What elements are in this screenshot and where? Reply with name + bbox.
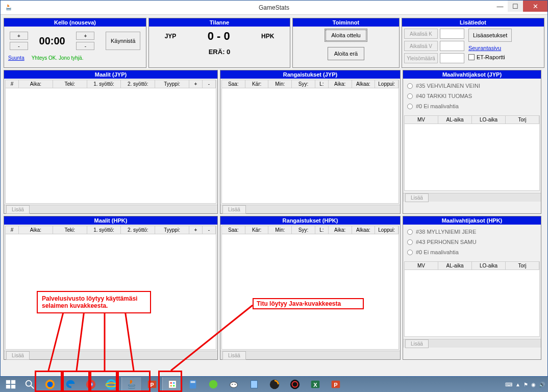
goalie-jyp-0: #35 VEHVILÄINEN VEINI xyxy=(416,83,480,89)
start-clock-button[interactable]: Käynnistä xyxy=(106,32,140,50)
period-label: ERÄ: 0 xyxy=(149,48,290,56)
goals-hpk-header: Maalit (HPK) xyxy=(4,216,217,225)
tray-up-icon[interactable]: ▲ xyxy=(515,382,520,387)
away-team: HPK xyxy=(261,33,274,40)
taskbar-notepad-icon[interactable] xyxy=(244,377,264,391)
col-l-h: L: xyxy=(315,226,329,234)
timeout-away-button[interactable]: Aikalisä V xyxy=(404,41,438,51)
clock-minus-left[interactable]: - xyxy=(10,42,28,50)
maximize-button[interactable]: ☐ xyxy=(508,1,523,12)
timeout-away-input[interactable] xyxy=(440,41,464,51)
col-lo: LO-aika xyxy=(472,116,506,124)
col-mv-h: MV xyxy=(405,262,438,270)
col-kar: Kär: xyxy=(245,80,269,88)
svg-rect-31 xyxy=(251,381,258,388)
taskbar-powerpoint2-icon[interactable]: P xyxy=(326,377,346,391)
tracking-link[interactable]: Seurantasivu xyxy=(468,45,512,51)
penalties-jyp-add-button[interactable]: Lisää xyxy=(222,205,246,214)
clock-plus-right[interactable]: + xyxy=(76,32,94,40)
goalie-hpk-radio-1[interactable] xyxy=(407,239,413,245)
col-time-h: Aika: xyxy=(19,226,53,234)
goalie-hpk-2: #0 Ei maalivahtia xyxy=(416,249,459,255)
goalie-jyp-1: #40 TARKKI TUOMAS xyxy=(416,93,472,99)
extra-info-header: Lisätiedot xyxy=(402,18,544,27)
goalie-hpk-header: Maalivahtijaksot (HPK) xyxy=(403,216,541,225)
col-mv: MV xyxy=(405,116,438,124)
goalie-jyp-radio-1[interactable] xyxy=(407,93,413,99)
tray-network-icon[interactable]: ◉ xyxy=(531,382,536,387)
java-icon xyxy=(5,4,13,12)
goalie-hpk-add-button[interactable]: Lisää xyxy=(405,339,429,348)
timeout-home-input[interactable] xyxy=(440,29,464,39)
goalie-jyp-add-button[interactable]: Lisää xyxy=(405,193,429,202)
goalie-jyp-radio-0[interactable] xyxy=(407,83,413,89)
penalties-hpk-columns: Saa: Kär: Min: Syy: L: Aika: Alkaa: Lopp… xyxy=(222,226,398,234)
annotation-java: Titu löytyy Java-kuvakkeesta xyxy=(253,298,364,309)
score-value: 0 - 0 xyxy=(208,30,230,43)
svg-point-33 xyxy=(290,380,300,389)
goalie-hpk-radio-0[interactable] xyxy=(407,229,413,235)
goalie-jyp-radio-2[interactable] xyxy=(407,104,413,109)
clock-plus-left[interactable]: + xyxy=(10,32,28,40)
col-al: AL-aika xyxy=(438,116,472,124)
col-lo-h: LO-aika xyxy=(472,262,506,270)
taskbar-app-cow-icon[interactable] xyxy=(223,377,244,391)
col-aika-h: Aika: xyxy=(329,226,352,234)
svg-point-30 xyxy=(235,384,236,385)
highlight-ie xyxy=(117,371,151,392)
home-team: JYP xyxy=(165,33,177,40)
taskbar-app-red-icon[interactable] xyxy=(285,377,305,391)
clock-minus-right[interactable]: - xyxy=(76,42,94,50)
col-torj-h: Torj xyxy=(506,262,539,270)
col-minus: - xyxy=(203,80,216,88)
clock-header: Kello (nouseva) xyxy=(4,18,146,27)
minimize-button[interactable]: — xyxy=(492,1,508,12)
col-saa-h: Saa: xyxy=(222,226,245,234)
penalties-hpk-add-button[interactable]: Lisää xyxy=(222,351,246,360)
goals-hpk-panel: Maalit (HPK) # Aika: Teki: 1. syöttö: 2.… xyxy=(4,216,218,360)
col-type-h: Tyyppi: xyxy=(155,226,189,234)
clock-panel: Kello (nouseva) + - 00:00 + - Käynnistä … xyxy=(4,18,146,68)
col-min: Min: xyxy=(268,80,292,88)
goalie-hpk-radio-2[interactable] xyxy=(407,250,413,255)
window-title: GameStats xyxy=(259,4,289,11)
svg-rect-6 xyxy=(11,380,15,384)
svg-line-10 xyxy=(31,386,34,389)
col-torj: Torj xyxy=(506,116,539,124)
highlight-chrome xyxy=(90,371,117,392)
goals-jyp-add-button[interactable]: Lisää xyxy=(6,205,30,214)
svg-text:P: P xyxy=(334,382,337,388)
score-header: Tilanne xyxy=(149,18,290,27)
svg-point-29 xyxy=(232,384,233,385)
attendance-button[interactable]: Yleisömäärä xyxy=(404,53,438,63)
taskbar-excel-icon[interactable]: X xyxy=(305,377,326,391)
col-scorer-h: Teki: xyxy=(53,226,87,234)
taskbar-app-green-icon[interactable] xyxy=(203,377,223,391)
timeout-home-button[interactable]: Aikalisä K xyxy=(404,29,438,39)
et-report-checkbox[interactable] xyxy=(468,54,475,60)
attendance-input[interactable] xyxy=(440,53,464,63)
start-match-button[interactable]: Aloita ottelu xyxy=(325,29,367,42)
direction-link[interactable]: Suunta xyxy=(8,55,24,61)
penalties-jyp-header: Rangaistukset (JYP) xyxy=(220,70,400,79)
annotation-browser: Palvelusivusto löytyy käyttämäsi selaime… xyxy=(37,291,151,313)
start-period-button[interactable]: Aloita erä xyxy=(328,47,364,60)
taskbar-calculator-icon[interactable] xyxy=(183,377,203,391)
close-button[interactable]: ✕ xyxy=(523,1,547,12)
more-settings-button[interactable]: Lisäasetukset xyxy=(468,29,512,42)
tray-volume-icon[interactable]: 🔊 xyxy=(539,382,545,387)
start-button[interactable] xyxy=(2,379,19,390)
svg-rect-26 xyxy=(190,381,195,383)
col-time: Aika: xyxy=(19,80,53,88)
tray-keyboard-icon[interactable]: ⌨ xyxy=(505,382,512,387)
goalie-hpk-panel: Maalivahtijaksot (HPK) #38 MYLLYNIEMI JE… xyxy=(403,216,541,360)
col-kar-h: Kär: xyxy=(245,226,269,234)
col-plus: + xyxy=(189,80,203,88)
tray-flag-icon[interactable]: ⚑ xyxy=(524,382,528,387)
taskbar-app-orange-icon[interactable] xyxy=(264,377,285,391)
col-assist1: 1. syöttö: xyxy=(87,80,121,88)
goals-hpk-add-button[interactable]: Lisää xyxy=(6,351,30,360)
penalties-hpk-header: Rangaistukset (HPK) xyxy=(220,216,400,225)
goalie-hpk-1: #43 PERHONEN SAMU xyxy=(416,239,477,245)
col-loppui-h: Loppui: xyxy=(375,226,398,234)
